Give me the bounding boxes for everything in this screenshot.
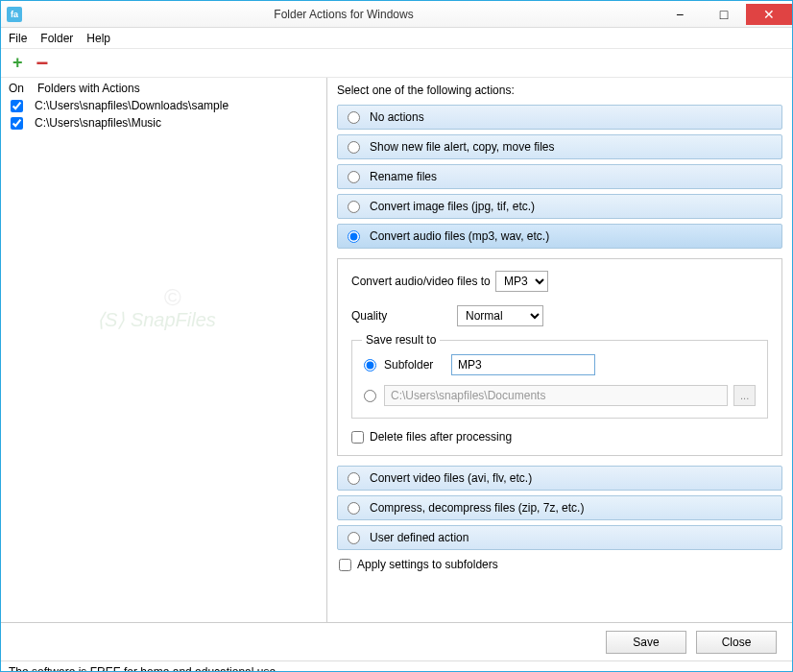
convert-to-select[interactable]: MP3: [495, 271, 548, 292]
save-result-legend: Save result to: [362, 333, 440, 347]
label-convert-audio: Convert audio files (mp3, wav, etc.): [370, 229, 549, 243]
actions-header: Select one of the following actions:: [337, 84, 782, 97]
menu-folder[interactable]: Folder: [40, 32, 73, 45]
radio-convert-video[interactable]: [348, 472, 360, 485]
radio-subfolder[interactable]: [364, 359, 376, 372]
action-user-defined[interactable]: User defined action: [337, 525, 782, 550]
subfolder-label: Subfolder: [384, 358, 451, 372]
label-convert-video: Convert video files (avi, flv, etc.): [370, 471, 532, 485]
label-convert-image: Convert image files (jpg, tif, etc.): [370, 200, 535, 213]
action-show-new-file[interactable]: Show new file alert, copy, move files: [337, 134, 782, 159]
save-result-fieldset: Save result to Subfolder ...: [351, 340, 768, 419]
radio-convert-image[interactable]: [348, 201, 360, 213]
label-compress: Compress, decompress files (zip, 7z, etc…: [370, 501, 584, 515]
browse-button[interactable]: ...: [733, 385, 756, 406]
custom-path-input[interactable]: [384, 385, 728, 406]
menu-file[interactable]: File: [9, 32, 27, 45]
menubar: File Folder Help: [1, 28, 792, 49]
radio-show-new-file[interactable]: [348, 141, 360, 154]
radio-rename[interactable]: [348, 171, 360, 183]
action-convert-video[interactable]: Convert video files (avi, flv, etc.): [337, 466, 782, 491]
apply-subfolders-checkbox[interactable]: [339, 559, 351, 571]
add-folder-icon[interactable]: +: [12, 53, 23, 73]
folders-panel: On Folders with Actions C:\Users\snapfil…: [1, 78, 327, 622]
folder-path-0: C:\Users\snapfiles\Downloads\sample: [35, 99, 228, 112]
toolbar: + −: [1, 49, 792, 78]
subfolder-input[interactable]: [451, 354, 595, 375]
action-rename[interactable]: Rename files: [337, 164, 782, 189]
convert-audio-details: Convert audio/video files to MP3 Quality…: [337, 258, 782, 456]
statusbar: The software is FREE for home and educat…: [1, 661, 792, 672]
label-user-defined: User defined action: [370, 531, 469, 544]
radio-compress[interactable]: [348, 502, 360, 515]
watermark-logo: ⟨S⟩ SnapFiles: [97, 308, 216, 331]
minimize-button[interactable]: −: [658, 4, 702, 25]
folder-row[interactable]: C:\Users\snapfiles\Downloads\sample: [9, 97, 319, 114]
dialog-buttons: Save Close: [1, 623, 792, 661]
quality-select[interactable]: Normal: [457, 305, 543, 326]
convert-to-label: Convert audio/video files to: [351, 275, 495, 288]
column-on-header: On: [9, 82, 37, 95]
actions-panel: Select one of the following actions: No …: [327, 78, 792, 622]
folder-checkbox-0[interactable]: [11, 100, 23, 112]
folder-row[interactable]: C:\Users\snapfiles\Music: [9, 114, 319, 132]
action-compress[interactable]: Compress, decompress files (zip, 7z, etc…: [337, 495, 782, 520]
radio-user-defined[interactable]: [348, 532, 360, 544]
radio-convert-audio[interactable]: [348, 230, 360, 243]
column-folders-header: Folders with Actions: [37, 82, 140, 95]
save-button[interactable]: Save: [606, 631, 686, 654]
apply-subfolders-label: Apply settings to subfolders: [357, 558, 498, 571]
folder-path-1: C:\Users\snapfiles\Music: [35, 116, 161, 130]
titlebar: fa Folder Actions for Windows − □ ✕: [1, 1, 792, 28]
action-convert-image[interactable]: Convert image files (jpg, tif, etc.): [337, 194, 782, 219]
close-button[interactable]: Close: [696, 631, 777, 654]
close-window-button[interactable]: ✕: [746, 4, 792, 25]
watermark-copyright: ©: [164, 284, 181, 311]
quality-label: Quality: [351, 309, 457, 323]
folder-checkbox-1[interactable]: [11, 117, 23, 130]
label-no-actions: No actions: [370, 110, 424, 124]
radio-no-actions[interactable]: [348, 111, 360, 124]
label-show-new-file: Show new file alert, copy, move files: [370, 140, 555, 154]
action-convert-audio[interactable]: Convert audio files (mp3, wav, etc.): [337, 224, 782, 249]
maximize-button[interactable]: □: [702, 4, 746, 25]
window-title: Folder Actions for Windows: [30, 8, 658, 21]
delete-after-label: Delete files after processing: [370, 430, 512, 444]
delete-after-checkbox[interactable]: [351, 431, 364, 444]
menu-help[interactable]: Help: [86, 32, 110, 45]
action-no-actions[interactable]: No actions: [337, 105, 782, 130]
label-rename: Rename files: [370, 170, 437, 183]
app-icon: fa: [7, 7, 22, 22]
radio-custom-path[interactable]: [364, 390, 376, 402]
remove-folder-icon[interactable]: −: [36, 58, 49, 69]
